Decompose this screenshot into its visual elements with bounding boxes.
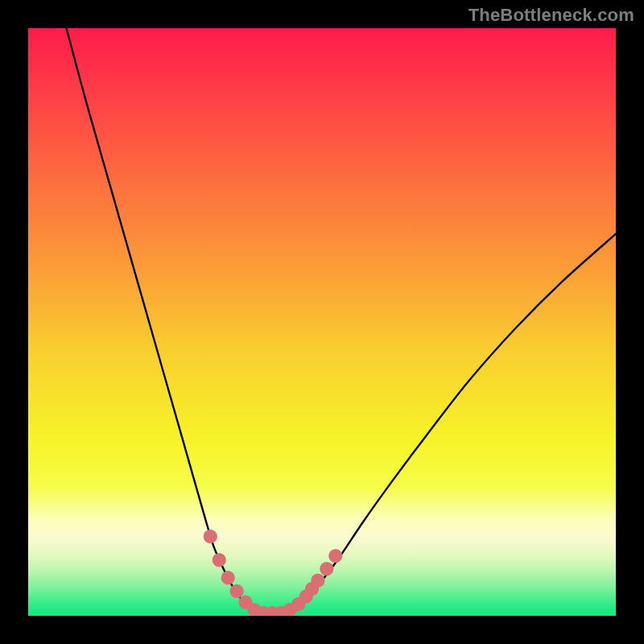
chart-frame: TheBottleneck.com — [0, 0, 644, 644]
bottleneck-curve — [66, 28, 616, 615]
data-marker — [311, 574, 324, 588]
curve-layer — [28, 28, 616, 616]
marker-group — [204, 530, 343, 616]
data-marker — [213, 553, 226, 567]
data-marker — [221, 571, 235, 584]
data-marker — [328, 549, 342, 563]
data-marker — [230, 584, 244, 598]
plot-area — [28, 28, 616, 616]
watermark-text: TheBottleneck.com — [469, 5, 634, 26]
data-marker — [204, 530, 217, 543]
data-marker — [320, 562, 333, 576]
